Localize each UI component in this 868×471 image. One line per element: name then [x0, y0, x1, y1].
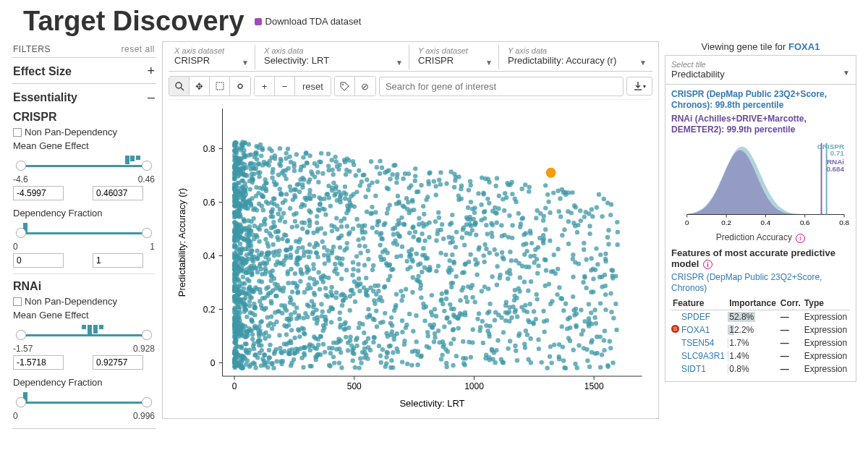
svg-point-2037	[323, 318, 328, 322]
crispr-dep-min-input[interactable]	[13, 253, 64, 268]
svg-point-673	[323, 286, 328, 290]
svg-point-737	[253, 365, 258, 370]
svg-point-1108	[576, 343, 581, 347]
feature-gene[interactable]: SIDT1	[671, 362, 728, 375]
crispr-dep-slider[interactable]	[13, 223, 155, 243]
svg-point-1883	[242, 195, 247, 199]
svg-point-2117	[515, 358, 519, 362]
crispr-percentile-link[interactable]: CRISPR (DepMap Public 23Q2+Score, Chrono…	[671, 89, 850, 111]
crispr-dep-max-input[interactable]	[93, 253, 143, 268]
table-row[interactable]: TSEN541.7%—Expression	[671, 336, 850, 349]
svg-point-500	[542, 329, 546, 334]
svg-point-2193	[430, 293, 434, 297]
svg-point-120	[316, 270, 320, 274]
svg-point-2136	[335, 198, 339, 203]
rnai-mge-min-input[interactable]	[13, 355, 64, 370]
svg-point-1945	[344, 211, 349, 215]
svg-point-2219	[547, 281, 551, 286]
select-tile-dropdown[interactable]: Select tile Predictability▼	[671, 60, 850, 80]
clear-tool[interactable]: ⊘	[355, 77, 375, 96]
svg-point-935	[422, 305, 426, 310]
svg-point-1693	[503, 191, 507, 195]
zoom-in-button[interactable]: +	[255, 77, 275, 96]
table-row[interactable]: SLC9A3R11.4%—Expression	[671, 349, 850, 362]
svg-point-181	[331, 355, 336, 359]
x-data-select[interactable]: X axis data Selectivity: LRT ▼	[258, 45, 409, 69]
features-subtitle-link[interactable]: CRISPR (DepMap Public 23Q2+Score, Chrono…	[671, 272, 850, 294]
crispr-mge-min-input[interactable]	[13, 186, 64, 200]
download-link[interactable]: Download TDA dataset	[255, 16, 362, 27]
svg-text:0.2: 0.2	[721, 218, 731, 226]
svg-point-1830	[320, 206, 325, 211]
svg-point-1453	[615, 242, 619, 247]
feature-gene[interactable]: FOXA1	[671, 323, 728, 336]
svg-point-114	[333, 155, 337, 159]
svg-point-2133	[346, 340, 350, 344]
zoom-reset-button[interactable]: reset	[295, 77, 331, 96]
svg-point-1162	[395, 232, 399, 236]
svg-text:0.2: 0.2	[203, 305, 216, 315]
svg-point-2085	[241, 171, 245, 176]
rnai-nonpan-checkbox[interactable]: Non Pan-Dependency	[13, 296, 155, 307]
svg-point-1767	[256, 226, 260, 230]
svg-point-537	[459, 183, 464, 187]
crispr-mge-max-input[interactable]	[93, 186, 143, 200]
svg-point-1107	[284, 151, 288, 156]
svg-point-1386	[329, 320, 333, 324]
gene-search-input[interactable]	[379, 77, 624, 96]
y-dataset-select[interactable]: Y axis dataset CRISPR ▼	[412, 45, 499, 69]
table-row[interactable]: SPDEF52.8%—Expression	[671, 310, 850, 324]
lasso-tool[interactable]: ⭘	[230, 77, 250, 96]
svg-point-529	[307, 255, 311, 259]
svg-point-1725	[591, 276, 595, 281]
feature-gene[interactable]: TSEN54	[671, 336, 728, 349]
table-row[interactable]: FOXA112.2%—Expression	[671, 323, 850, 336]
rnai-mge-max-input[interactable]	[93, 355, 143, 370]
pan-tool[interactable]: ✥	[190, 77, 210, 96]
info-icon[interactable]: i	[796, 234, 805, 243]
select-tool[interactable]	[210, 77, 230, 96]
crispr-nonpan-checkbox[interactable]: Non Pan-Dependency	[13, 127, 155, 137]
y-data-select[interactable]: Y axis data Predictability: Accuracy (r)…	[502, 45, 652, 69]
feature-gene[interactable]: SPDEF	[671, 310, 728, 324]
section-effect-size[interactable]: Effect Size +	[12, 62, 156, 80]
svg-point-1147	[315, 226, 320, 231]
filters-reset[interactable]: reset all	[121, 44, 155, 54]
zoom-tool[interactable]	[169, 77, 190, 96]
svg-point-1963	[600, 352, 604, 357]
svg-point-1034	[265, 294, 270, 298]
zoom-out-button[interactable]: −	[275, 77, 295, 96]
svg-point-1630	[587, 320, 591, 324]
svg-point-2172	[321, 280, 326, 284]
svg-point-619	[370, 226, 375, 230]
svg-point-2031	[282, 232, 286, 237]
table-row[interactable]: SIDT10.8%—Expression	[671, 362, 850, 375]
svg-point-1192	[393, 163, 397, 167]
svg-point-1661	[447, 258, 451, 263]
svg-point-1758	[548, 211, 552, 215]
svg-point-1479	[247, 279, 251, 283]
svg-point-1344	[602, 197, 606, 201]
feature-gene[interactable]: SLC9A3R1	[671, 349, 728, 362]
svg-point-2157	[246, 247, 250, 251]
svg-point-2189	[244, 239, 249, 243]
svg-point-669	[320, 239, 324, 244]
svg-point-1199	[477, 245, 481, 250]
svg-point-1465	[566, 317, 570, 321]
rnai-dep-slider[interactable]	[13, 392, 155, 412]
tag-tool[interactable]	[335, 77, 355, 96]
chevron-down-icon: ▼	[485, 59, 493, 67]
x-dataset-select[interactable]: X axis dataset CRISPR ▼	[169, 45, 255, 69]
svg-point-2069	[463, 310, 467, 315]
crispr-mge-slider[interactable]	[13, 156, 155, 176]
download-plot-button[interactable]: ▾	[626, 77, 652, 96]
rnai-mge-slider[interactable]	[13, 325, 155, 345]
svg-point-1546	[382, 223, 386, 227]
svg-point-1781	[527, 184, 532, 189]
svg-point-1320	[311, 262, 315, 266]
scatter-plot[interactable]: 05001000150000.20.40.60.8Selectivity: LR…	[169, 101, 652, 412]
rnai-percentile-link[interactable]: RNAi (Achilles+DRIVE+Marcotte, DEMETER2)…	[671, 114, 850, 135]
info-icon[interactable]: i	[703, 260, 712, 269]
svg-point-1942	[508, 339, 512, 343]
section-essentiality[interactable]: Essentiality –	[12, 88, 156, 106]
